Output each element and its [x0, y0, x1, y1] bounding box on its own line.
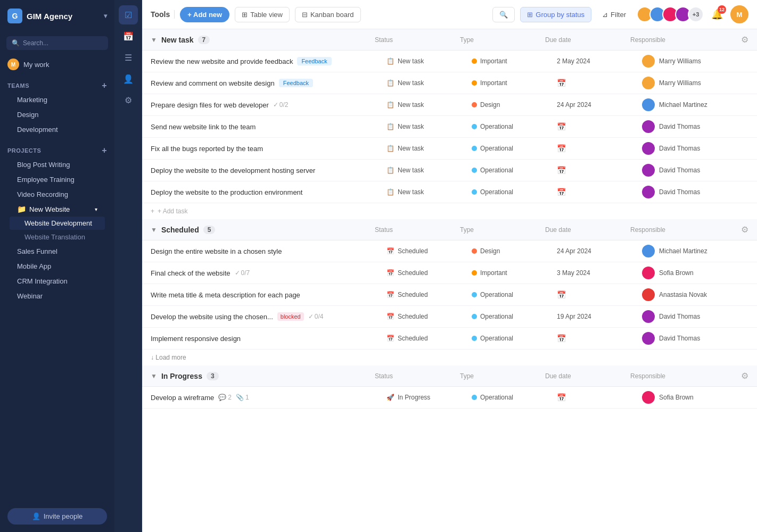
- status-cell: 📅Scheduled: [386, 269, 472, 277]
- sidebar-item-mobile-app[interactable]: Mobile App: [10, 259, 105, 273]
- group-toggle-scheduled[interactable]: ▼: [151, 226, 157, 234]
- search-bar[interactable]: 🔍 Search...: [6, 36, 108, 50]
- kanban-icon: ⊟: [302, 11, 308, 19]
- sidebar-item-sales-funnel[interactable]: Sales Funnel: [10, 244, 105, 259]
- group-settings-scheduled[interactable]: ⚙: [741, 225, 748, 235]
- plus-icon: +: [151, 207, 154, 215]
- avatar-plus[interactable]: +3: [688, 6, 704, 22]
- table-row[interactable]: Deploy the website to the development ho…: [142, 160, 757, 181]
- projects-header: Projects +: [7, 146, 107, 155]
- task-name: Final check of the website ✓ 0/7: [151, 269, 386, 277]
- sidebar-item-website-translation[interactable]: Website Translation: [10, 230, 105, 244]
- type-dot: [472, 168, 477, 173]
- person-icon[interactable]: 👤: [119, 69, 138, 88]
- calendar-icon: 📅: [557, 393, 566, 402]
- sidebar-item-development[interactable]: Development: [10, 122, 105, 137]
- due-cell: 24 Apr 2024: [557, 101, 642, 109]
- add-project-btn[interactable]: +: [102, 146, 107, 155]
- toolbar-label: Tools: [151, 10, 175, 19]
- table-row[interactable]: Deploy the website to the production env…: [142, 181, 757, 203]
- type-cell: Design: [472, 247, 557, 255]
- my-work-label: My work: [23, 61, 49, 69]
- chevron-down-icon: ▾: [104, 12, 107, 20]
- table-row[interactable]: Develop the website using the chosen... …: [142, 306, 757, 328]
- status-cell: 📅Scheduled: [386, 291, 472, 298]
- table-row[interactable]: Review the new website and provide feedb…: [142, 51, 757, 72]
- folder-icon: 📁: [17, 205, 26, 213]
- type-dot: [472, 189, 477, 195]
- sidebar-item-new-website[interactable]: 📁 New Website ▾: [10, 202, 105, 216]
- my-work-avatar: M: [7, 59, 19, 70]
- group-toggle-in-progress[interactable]: ▼: [151, 372, 157, 380]
- filter-icon: ⊿: [602, 11, 608, 19]
- table-row[interactable]: Send new website link to the team 📋New t…: [142, 116, 757, 138]
- sidebar-item-blog-post[interactable]: Blog Post Writing: [10, 157, 105, 172]
- type-dot: [472, 124, 477, 129]
- group-new-task: ▼ New task 7 Status Type Due date Respon…: [142, 29, 757, 219]
- add-team-btn[interactable]: +: [102, 81, 107, 90]
- group-toggle-new-task[interactable]: ▼: [151, 36, 157, 44]
- sidebar-item-design[interactable]: Design: [10, 107, 105, 122]
- settings-icon[interactable]: ⚙: [119, 90, 138, 110]
- group-by-status-btn[interactable]: ⊞ Group by status: [520, 7, 591, 22]
- user-avatar[interactable]: M: [730, 5, 748, 23]
- add-task-btn[interactable]: + + Add task: [142, 203, 757, 219]
- table-row[interactable]: Prepare design files for web developer ✓…: [142, 94, 757, 116]
- type-dot: [472, 336, 477, 341]
- status-icon: 📅: [386, 269, 394, 277]
- group-title-in-progress: In Progress: [161, 372, 202, 380]
- col-due-2: Due date: [545, 372, 630, 380]
- sidebar-item-marketing[interactable]: Marketing: [10, 93, 105, 107]
- notification-btn[interactable]: 🔔 12: [709, 6, 725, 22]
- table-row[interactable]: Develop a wireframe 💬 2 📎 1 🚀In Progress…: [142, 387, 757, 409]
- status-cell: 📋New task: [386, 167, 472, 174]
- type-dot: [472, 248, 477, 254]
- search-icon: 🔍: [12, 39, 20, 47]
- group-settings-in-progress[interactable]: ⚙: [741, 371, 748, 381]
- kanban-board-btn[interactable]: ⊟ Kanban board: [295, 7, 361, 22]
- list-icon[interactable]: ☰: [119, 48, 138, 67]
- sidebar-item-video-recording[interactable]: Video Recording: [10, 187, 105, 202]
- due-cell: 📅: [557, 393, 642, 402]
- calendar-icon: 📅: [557, 122, 566, 131]
- type-cell: Operational: [472, 145, 557, 152]
- status-cell: 📋New task: [386, 101, 472, 109]
- my-work-item[interactable]: M My work: [0, 54, 114, 74]
- table-row[interactable]: Fix all the bugs reported by the team 📋N…: [142, 138, 757, 160]
- table-row[interactable]: Final check of the website ✓ 0/7 📅Schedu…: [142, 262, 757, 284]
- sidebar-item-crm-integration[interactable]: CRM Integration: [10, 274, 105, 288]
- due-cell: 24 Apr 2024: [557, 247, 642, 255]
- group-count-new-task: 7: [198, 36, 210, 44]
- due-cell: 📅: [557, 188, 642, 196]
- table-view-btn[interactable]: ⊞ Table view: [235, 7, 290, 22]
- sidebar-item-employee-training[interactable]: Employee Training: [10, 172, 105, 187]
- tasks-icon[interactable]: ☑: [119, 5, 138, 24]
- calendar-icon[interactable]: 📅: [119, 27, 138, 46]
- table-row[interactable]: Design the entire website in a chosen st…: [142, 240, 757, 262]
- type-cell: Operational: [472, 291, 557, 298]
- responsible-cell: David Thomas: [642, 120, 748, 133]
- add-new-btn[interactable]: + Add new: [180, 7, 229, 22]
- table-row[interactable]: Write meta title & meta description for …: [142, 284, 757, 306]
- type-dot: [472, 102, 477, 107]
- calendar-icon: 📅: [557, 290, 566, 299]
- type-dot: [472, 270, 477, 276]
- table-row[interactable]: Review and comment on website design Fee…: [142, 72, 757, 94]
- table-row[interactable]: Implement responsive design 📅Scheduled O…: [142, 328, 757, 350]
- type-cell: Operational: [472, 313, 557, 320]
- group-header-scheduled: ▼ Scheduled 5 Status Type Due date Respo…: [142, 219, 757, 240]
- invite-people-btn[interactable]: 👤 Invite people: [7, 508, 107, 525]
- sidebar-item-website-development[interactable]: Website Development: [10, 217, 105, 230]
- status-icon: 📅: [386, 291, 394, 298]
- task-name: Prepare design files for web developer ✓…: [151, 101, 386, 109]
- filter-btn[interactable]: ⊿ Filter: [597, 7, 631, 22]
- invite-icon: 👤: [32, 512, 40, 520]
- search-btn[interactable]: 🔍: [492, 7, 515, 22]
- sidebar-item-webinar[interactable]: Webinar: [10, 289, 105, 303]
- due-cell: 3 May 2024: [557, 269, 642, 277]
- search-placeholder: Search...: [23, 39, 48, 47]
- group-settings-new-task[interactable]: ⚙: [741, 35, 748, 45]
- notification-badge: 12: [718, 5, 726, 14]
- load-more-btn[interactable]: ↓ Load more: [142, 350, 757, 365]
- app-logo[interactable]: G GIM Agency ▾: [0, 0, 114, 32]
